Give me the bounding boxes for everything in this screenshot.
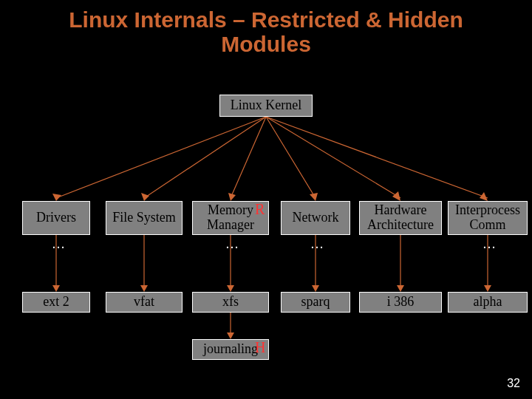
svg-marker-15 [140,285,148,292]
node-label-line1: Hardware [375,202,427,217]
svg-marker-23 [484,285,491,292]
node-label: i 386 [387,295,415,310]
title-line2: Modules [221,32,311,56]
node-label: Drivers [36,211,76,225]
node-label-line1: Interprocess [455,202,520,217]
title-line1: Linux Internals – Restricted & Hidden [69,7,463,32]
node-file-system: File System [106,201,183,235]
slide-number: 32 [507,377,520,390]
ellipsis: … [225,236,239,252]
svg-line-8 [266,117,400,198]
svg-marker-21 [397,285,404,292]
svg-marker-11 [480,192,488,201]
node-i386: i 386 [359,292,442,313]
node-label: sparq [301,295,330,310]
node-label: alpha [474,295,502,310]
ellipsis: … [482,236,496,252]
node-label: File System [112,211,176,225]
node-xfs: xfs [192,292,269,313]
node-label: journaling [203,342,258,357]
node-label-line2: Comm [469,217,505,232]
node-label: ext 2 [43,295,69,310]
ellipsis: … [310,236,324,252]
node-drivers: Drivers [22,201,90,235]
badge-restricted: R [255,201,265,218]
node-label: vfat [134,295,154,310]
ellipsis: … [52,236,65,252]
svg-marker-9 [392,191,400,201]
node-alpha: alpha [448,292,528,313]
slide-title: Linux Internals – Restricted & Hidden Mo… [0,7,532,56]
node-linux-kernel: Linux Kernel [219,95,313,117]
svg-marker-1 [52,194,61,201]
svg-line-0 [56,117,266,198]
svg-marker-19 [312,285,319,292]
badge-hidden: H [255,339,265,356]
node-label: xfs [222,295,239,310]
node-label: Linux Kernel [231,98,301,113]
node-label: Network [293,211,339,225]
svg-line-2 [144,117,266,198]
node-vfat: vfat [106,292,183,313]
svg-marker-17 [227,285,234,292]
svg-marker-7 [310,193,318,201]
svg-marker-13 [52,285,60,292]
svg-marker-3 [141,193,149,201]
node-interprocess-comm: Interprocess Comm [448,201,528,235]
node-network: Network [281,201,350,235]
node-label-line2: Architecture [367,217,434,232]
svg-marker-25 [227,332,234,339]
node-label-line2: Manager [207,217,254,232]
node-label-line1: Memory [208,202,253,217]
svg-line-10 [266,117,488,198]
svg-marker-5 [228,193,236,201]
node-ext2: ext 2 [22,292,90,313]
node-sparq: sparq [281,292,350,313]
svg-line-6 [266,117,316,198]
svg-line-4 [231,117,266,198]
node-hardware-architecture: Hardware Architecture [359,201,442,235]
